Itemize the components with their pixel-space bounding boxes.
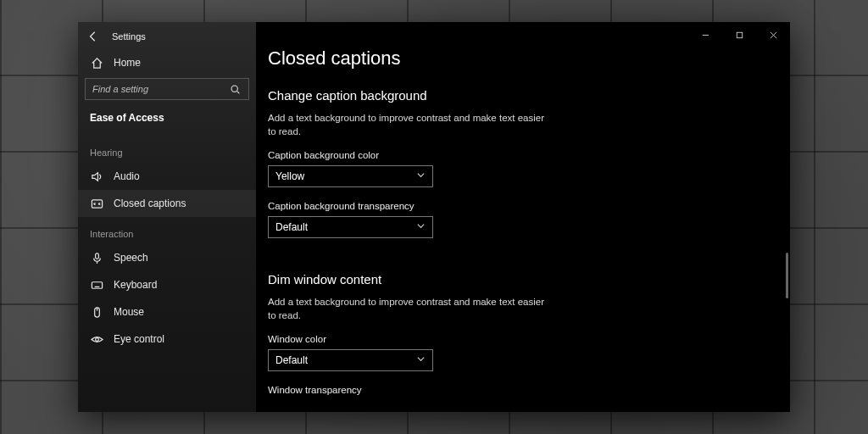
closed-captions-icon <box>90 197 103 210</box>
page-title: Closed captions <box>268 47 778 70</box>
search-input[interactable]: Find a setting <box>85 78 249 100</box>
sidebar-item-label: Closed captions <box>114 198 186 209</box>
content-area: Closed captions Change caption backgroun… <box>256 22 790 412</box>
chevron-down-icon <box>416 170 426 182</box>
sidebar: Settings Home Find a setting Ease of Acc… <box>78 22 256 412</box>
back-icon[interactable] <box>86 30 100 43</box>
search-icon <box>228 82 242 96</box>
group-hearing-label: Hearing <box>78 136 256 163</box>
sidebar-item-label: Eye control <box>114 333 164 345</box>
scrollbar-thumb[interactable] <box>786 253 788 298</box>
window-color-select[interactable]: Default <box>268 349 433 371</box>
sidebar-item-label: Keyboard <box>114 279 157 291</box>
svg-point-0 <box>231 86 237 92</box>
microphone-icon <box>90 251 103 264</box>
search-placeholder: Find a setting <box>92 84 148 94</box>
eye-icon <box>90 332 103 346</box>
titlebar-left: Settings <box>78 22 256 51</box>
svg-rect-3 <box>92 281 102 288</box>
sidebar-item-mouse[interactable]: Mouse <box>78 298 256 326</box>
caption-bg-color-label: Caption background color <box>268 150 778 160</box>
sidebar-item-label: Audio <box>114 170 140 182</box>
section-caption-background-desc: Add a text background to improve contras… <box>268 111 548 138</box>
sidebar-item-label: Mouse <box>114 306 144 318</box>
home-label: Home <box>114 57 141 69</box>
group-interaction-label: Interaction <box>78 217 256 244</box>
select-value: Default <box>275 354 308 366</box>
window-transparency-label: Window transparency <box>268 385 778 395</box>
section-dim-heading: Dim window content <box>268 272 778 287</box>
section-caption-background-heading: Change caption background <box>268 88 778 103</box>
search-container: Find a setting <box>78 78 256 108</box>
caption-bg-transparency-label: Caption background transparency <box>268 201 778 211</box>
chevron-down-icon <box>416 354 426 366</box>
mouse-icon <box>90 305 103 319</box>
sidebar-item-closed-captions[interactable]: Closed captions <box>78 190 256 217</box>
sidebar-item-audio[interactable]: Audio <box>78 163 256 190</box>
main-panel: Closed captions Change caption backgroun… <box>256 22 790 412</box>
sidebar-item-keyboard[interactable]: Keyboard <box>78 271 256 298</box>
app-title: Settings <box>112 31 146 42</box>
sidebar-home[interactable]: Home <box>78 51 256 78</box>
svg-rect-2 <box>95 253 98 259</box>
settings-window: Settings Home Find a setting Ease of Acc… <box>78 22 790 412</box>
window-color-label: Window color <box>268 334 778 344</box>
select-value: Default <box>275 221 308 233</box>
sidebar-category: Ease of Access <box>78 108 256 136</box>
chevron-down-icon <box>416 221 426 233</box>
sidebar-item-label: Speech <box>114 252 148 264</box>
home-icon <box>90 56 103 70</box>
section-dim-desc: Add a text background to improve contras… <box>268 295 548 322</box>
audio-icon <box>90 170 103 183</box>
sidebar-item-eye-control[interactable]: Eye control <box>78 326 256 353</box>
svg-point-5 <box>95 337 98 341</box>
keyboard-icon <box>90 278 103 292</box>
caption-bg-color-select[interactable]: Yellow <box>268 165 433 187</box>
select-value: Yellow <box>275 170 304 182</box>
sidebar-item-speech[interactable]: Speech <box>78 244 256 271</box>
caption-bg-transparency-select[interactable]: Default <box>268 216 433 238</box>
